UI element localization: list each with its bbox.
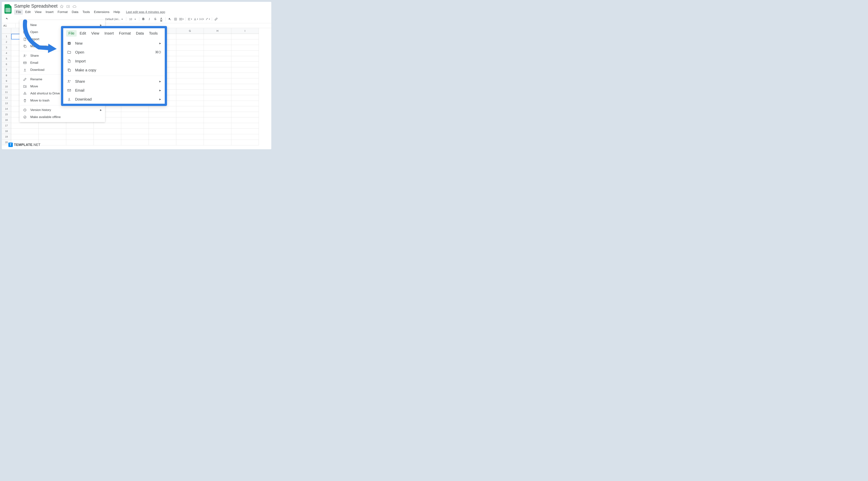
grid-cell[interactable]	[204, 129, 231, 134]
grid-cell[interactable]	[121, 134, 149, 140]
star-icon[interactable]	[60, 5, 64, 9]
grid-cell[interactable]	[204, 45, 231, 51]
bold-icon[interactable]: B	[141, 17, 146, 22]
callout-dd-import[interactable]: Import	[63, 57, 165, 66]
grid-cell[interactable]	[176, 134, 204, 140]
grid-cell[interactable]	[149, 118, 176, 123]
callout-menu-edit[interactable]: Edit	[78, 30, 88, 37]
grid-cell[interactable]	[176, 62, 204, 67]
grid-cell[interactable]	[176, 106, 204, 112]
callout-menu-insert[interactable]: Insert	[102, 30, 116, 37]
grid-cell[interactable]	[39, 134, 66, 140]
callout-menu-data[interactable]: Data	[134, 30, 146, 37]
col-header[interactable]: G	[176, 28, 204, 34]
menu-data[interactable]: Data	[70, 9, 80, 15]
callout-dd-copy[interactable]: Make a copy	[63, 66, 165, 74]
grid-cell[interactable]	[204, 62, 231, 67]
grid-cell[interactable]	[204, 67, 231, 73]
grid-cell[interactable]	[231, 73, 259, 78]
row-header[interactable]: 18	[2, 128, 11, 134]
grid-cell[interactable]	[39, 123, 66, 129]
borders-icon[interactable]	[173, 17, 178, 22]
grid-cell[interactable]	[176, 118, 204, 123]
grid-cell[interactable]	[176, 45, 204, 51]
grid-cell[interactable]	[176, 34, 204, 39]
row-header[interactable]: 4	[2, 51, 11, 56]
grid-cell[interactable]	[204, 140, 231, 145]
grid-cell[interactable]	[204, 134, 231, 140]
merge-cells-icon[interactable]: ▼	[179, 17, 184, 22]
grid-cell[interactable]	[176, 51, 204, 56]
grid-cell[interactable]	[149, 112, 176, 118]
row-header[interactable]: 15	[2, 112, 11, 117]
grid-cell[interactable]	[94, 134, 121, 140]
grid-cell[interactable]	[176, 78, 204, 84]
callout-dd-download[interactable]: Download▶	[63, 95, 165, 104]
grid-cell[interactable]	[231, 129, 259, 134]
menu-format[interactable]: Format	[56, 9, 69, 15]
grid-cell[interactable]	[121, 118, 149, 123]
menu-tools[interactable]: Tools	[81, 9, 92, 15]
grid-cell[interactable]	[11, 129, 39, 134]
grid-cell[interactable]	[66, 134, 94, 140]
row-header[interactable]: 19	[2, 134, 11, 139]
grid-cell[interactable]	[176, 140, 204, 145]
grid-cell[interactable]	[121, 123, 149, 129]
grid-cell[interactable]	[149, 106, 176, 112]
grid-cell[interactable]	[204, 118, 231, 123]
grid-cell[interactable]	[231, 84, 259, 90]
callout-menu-format[interactable]: Format	[117, 30, 133, 37]
text-wrap-icon[interactable]: ▼	[199, 17, 204, 22]
sheets-logo-icon[interactable]	[4, 4, 12, 14]
menu-insert[interactable]: Insert	[44, 9, 55, 15]
grid-cell[interactable]	[94, 140, 121, 145]
dd-version-history[interactable]: Version history▶	[20, 106, 105, 114]
callout-menu-file[interactable]: File	[66, 30, 76, 37]
callout-dd-share[interactable]: Share▶	[63, 77, 165, 86]
grid-cell[interactable]	[66, 129, 94, 134]
grid-cell[interactable]	[231, 67, 259, 73]
link-icon[interactable]	[214, 17, 219, 22]
grid-cell[interactable]	[231, 112, 259, 118]
grid-cell[interactable]	[149, 140, 176, 145]
italic-icon[interactable]: I	[147, 17, 152, 22]
grid-cell[interactable]	[231, 90, 259, 95]
grid-cell[interactable]	[204, 106, 231, 112]
text-color-icon[interactable]: A	[159, 17, 164, 22]
menu-view[interactable]: View	[33, 9, 43, 15]
grid-cell[interactable]	[39, 140, 66, 145]
grid-cell[interactable]	[39, 129, 66, 134]
grid-cell[interactable]	[176, 95, 204, 101]
menu-edit[interactable]: Edit	[23, 9, 32, 15]
corner-cell[interactable]	[2, 28, 11, 34]
row-header[interactable]: 9	[2, 78, 11, 84]
grid-cell[interactable]	[231, 95, 259, 101]
grid-cell[interactable]	[204, 73, 231, 78]
menu-file[interactable]: File	[14, 9, 23, 15]
grid-cell[interactable]	[231, 56, 259, 62]
v-align-icon[interactable]: ▼	[193, 17, 198, 22]
grid-cell[interactable]	[176, 101, 204, 106]
grid-cell[interactable]	[121, 106, 149, 112]
row-header[interactable]: 2	[2, 39, 11, 45]
row-header[interactable]: 12	[2, 95, 11, 101]
grid-cell[interactable]	[121, 112, 149, 118]
callout-menu-tools[interactable]: Tools	[147, 30, 160, 37]
font-select[interactable]: Default (Ari...▼	[104, 18, 125, 21]
row-header[interactable]: 10	[2, 84, 11, 89]
grid-cell[interactable]	[121, 140, 149, 145]
grid-cell[interactable]	[204, 101, 231, 106]
grid-cell[interactable]	[176, 129, 204, 134]
grid-cell[interactable]	[231, 51, 259, 56]
grid-cell[interactable]	[204, 34, 231, 39]
grid-cell[interactable]	[94, 129, 121, 134]
grid-cell[interactable]	[231, 118, 259, 123]
menu-extensions[interactable]: Extensions	[92, 9, 111, 15]
callout-menu-view[interactable]: View	[89, 30, 101, 37]
row-header[interactable]: 5	[2, 56, 11, 62]
grid-cell[interactable]	[176, 39, 204, 45]
undo-icon[interactable]	[4, 17, 9, 22]
row-header[interactable]: 13	[2, 101, 11, 106]
callout-dd-open[interactable]: Open⌘O	[63, 48, 165, 57]
grid-cell[interactable]	[231, 123, 259, 129]
